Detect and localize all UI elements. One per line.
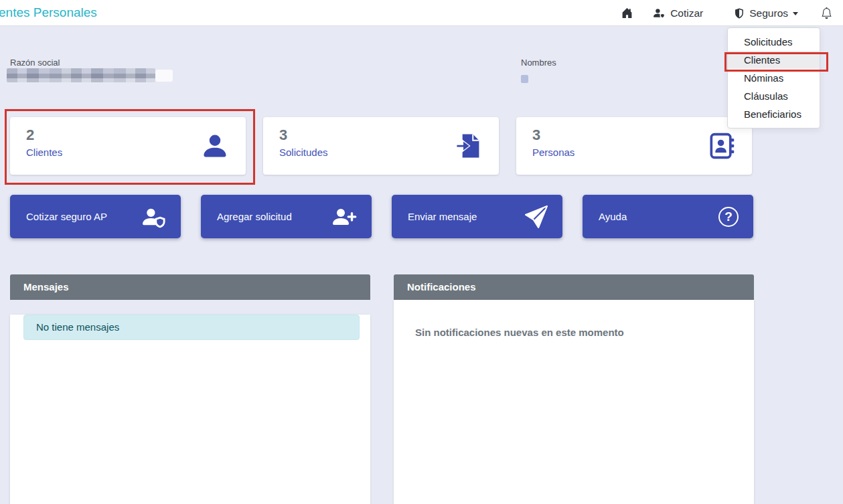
- shield-icon: [734, 8, 745, 19]
- cotizar-label: Cotizar: [670, 7, 703, 19]
- person-shield-icon: [653, 7, 666, 19]
- brand-title[interactable]: entes Personales: [0, 0, 97, 26]
- clientes-card-label: Clientes: [26, 147, 230, 158]
- razon-social-redacted-tail: [155, 70, 173, 82]
- personas-card-label: Personas: [532, 147, 736, 158]
- razon-social-redacted-value: [7, 68, 155, 82]
- stat-card-personas[interactable]: 3 Personas: [516, 117, 752, 175]
- seguros-dropdown-menu: Solicitudes Clientes Nóminas Cláusulas B…: [727, 27, 820, 129]
- clientes-count: 2: [26, 126, 230, 145]
- agregar-solicitud-label: Agregar solicitud: [217, 211, 292, 222]
- question-circle-icon: ?: [718, 207, 739, 227]
- file-arrow-in-icon: [452, 131, 483, 161]
- chevron-down-icon: [793, 12, 798, 15]
- ayuda-label: Ayuda: [599, 211, 627, 222]
- home-button[interactable]: [621, 7, 633, 19]
- notificaciones-panel-title: Notificaciones: [394, 274, 754, 300]
- menu-item-beneficiarios[interactable]: Beneficiarios: [728, 105, 820, 123]
- paper-plane-icon: [525, 205, 548, 228]
- cotizar-seguro-ap-label: Cotizar seguro AP: [26, 211, 107, 222]
- mensajes-panel: Mensajes No tiene mensajes: [10, 274, 370, 504]
- razon-social-label: Razón social: [10, 58, 60, 68]
- top-navbar: entes Personales Cotizar Seguros: [0, 0, 843, 26]
- menu-item-clausulas[interactable]: Cláusulas: [728, 87, 820, 105]
- notificaciones-panel-body: Sin notificaciones nuevas en este moment…: [394, 300, 754, 504]
- ayuda-button[interactable]: Ayuda ?: [583, 195, 753, 238]
- stat-card-clientes[interactable]: 2 Clientes: [10, 117, 246, 175]
- nombres-label: Nombres: [521, 58, 556, 68]
- enviar-mensaje-button[interactable]: Enviar mensaje: [392, 195, 562, 238]
- seguros-label: Seguros: [749, 7, 788, 19]
- address-book-icon: [706, 131, 736, 161]
- stat-card-solicitudes[interactable]: 3 Solicitudes: [263, 117, 499, 175]
- person-icon: [200, 131, 230, 161]
- agregar-solicitud-button[interactable]: Agregar solicitud: [201, 195, 372, 238]
- navbar-links: Cotizar Seguros: [621, 0, 832, 26]
- menu-item-clientes[interactable]: Clientes: [728, 51, 820, 69]
- cotizar-nav-button[interactable]: Cotizar: [653, 7, 703, 19]
- stats-row: 2 Clientes 3 Solicitudes 3 Personas: [10, 117, 752, 175]
- actions-row: Cotizar seguro AP Agregar solicitud Envi…: [10, 195, 753, 238]
- notifications-bell-button[interactable]: [821, 7, 832, 19]
- home-icon: [621, 7, 633, 19]
- menu-item-solicitudes[interactable]: Solicitudes: [728, 33, 820, 51]
- mensajes-panel-title: Mensajes: [10, 274, 370, 300]
- person-plus-icon: [333, 205, 357, 228]
- nombres-redacted-value: [521, 75, 528, 83]
- seguros-menu-button[interactable]: Seguros: [734, 7, 798, 19]
- enviar-mensaje-label: Enviar mensaje: [408, 211, 477, 222]
- no-notifications-text: Sin notificaciones nuevas en este moment…: [394, 300, 754, 338]
- cotizar-seguro-ap-button[interactable]: Cotizar seguro AP: [10, 195, 181, 238]
- mensajes-panel-body: No tiene mensajes: [10, 315, 370, 504]
- dashboard-screen: entes Personales Cotizar Seguros Solicit…: [0, 0, 843, 504]
- person-shield-icon: [141, 205, 166, 228]
- notificaciones-panel: Notificaciones Sin notificaciones nuevas…: [394, 274, 754, 504]
- menu-item-nominas[interactable]: Nóminas: [728, 69, 820, 87]
- personas-count: 3: [532, 126, 736, 145]
- no-messages-alert: No tiene mensajes: [23, 315, 360, 340]
- bell-icon: [821, 7, 832, 19]
